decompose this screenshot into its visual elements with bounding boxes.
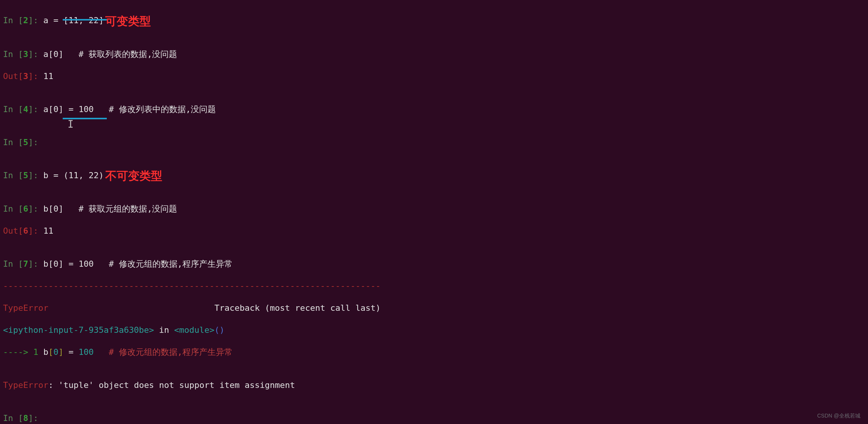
- comment-text: # 获取列表的数据,没问题: [79, 49, 177, 59]
- out-prompt: Out[6]:: [3, 226, 43, 236]
- watermark-text: CSDN @全栈若城: [817, 413, 860, 419]
- underline-annotation-1: [63, 19, 107, 21]
- terminal-output: In [2]: a = [11, 22]可变类型 In [3]: a[0] # …: [0, 0, 868, 424]
- code-text: b[0] = 100: [43, 259, 109, 269]
- comment-text: # 修改元组的数据,程序产生异常: [109, 259, 233, 269]
- in-prompt: In [5]:: [3, 138, 43, 147]
- annotation-immutable: 不可变类型: [105, 170, 162, 181]
- cell-out-3: Out[3]: 11: [3, 71, 865, 82]
- cell-in-2: In [2]: a = [11, 22]可变类型: [3, 15, 865, 27]
- code-text: a[0]: [43, 49, 79, 59]
- out-prompt: Out[3]:: [3, 71, 43, 81]
- output-value: 11: [43, 71, 54, 81]
- error-separator: ----------------------------------------…: [3, 280, 865, 291]
- text-cursor-icon: I: [68, 119, 74, 130]
- cell-out-6: Out[6]: 11: [3, 225, 865, 236]
- in-prompt: In [5]:: [3, 171, 43, 180]
- cell-in-5-empty: In [5]:: [3, 137, 865, 148]
- comment-text: # 修改列表中的数据,没问题: [109, 104, 216, 114]
- error-header: TypeError Traceback (most recent call la…: [3, 302, 865, 313]
- cell-in-8[interactable]: In [8]:: [3, 413, 865, 424]
- annotation-mutable: 可变类型: [105, 16, 151, 27]
- error-message: TypeError: 'tuple' object does not suppo…: [3, 380, 865, 391]
- cell-in-4: In [4]: a[0] = 100 # 修改列表中的数据,没问题: [3, 104, 865, 115]
- in-prompt: In [6]:: [3, 204, 43, 214]
- cell-in-5: In [5]: b = (11, 22)不可变类型: [3, 170, 865, 182]
- error-location: <ipython-input-7-935af3a630be> in <modul…: [3, 324, 865, 335]
- in-prompt: In [8]:: [3, 413, 43, 423]
- code-text: b[0]: [43, 204, 79, 214]
- code-text: b = (11, 22): [43, 171, 104, 180]
- in-prompt: In [3]:: [3, 49, 43, 59]
- comment-text: # 获取元组的数据,没问题: [79, 204, 177, 214]
- cell-in-6: In [6]: b[0] # 获取元组的数据,没问题: [3, 203, 865, 214]
- cell-in-7: In [7]: b[0] = 100 # 修改元组的数据,程序产生异常: [3, 258, 865, 269]
- in-prompt: In [7]:: [3, 259, 43, 269]
- output-value: 11: [43, 226, 54, 236]
- in-prompt: In [2]:: [3, 16, 43, 25]
- error-line: ----> 1 b[0] = 100 # 修改元组的数据,程序产生异常: [3, 346, 865, 358]
- cell-in-3: In [3]: a[0] # 获取列表的数据,没问题: [3, 49, 865, 60]
- code-text: a[0] = 100: [43, 104, 109, 114]
- in-prompt: In [4]:: [3, 104, 43, 114]
